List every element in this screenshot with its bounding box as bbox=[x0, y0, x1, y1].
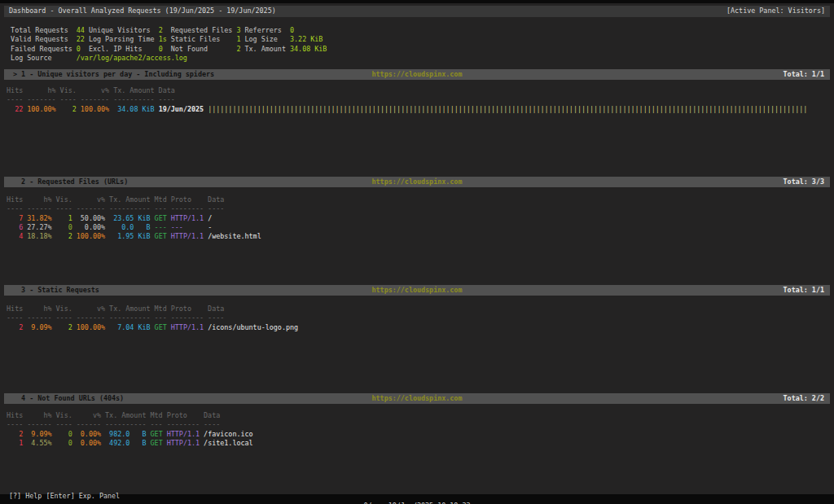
table-cell: 34.08 KiB bbox=[290, 45, 327, 53]
table-cell: 982.0 B bbox=[101, 430, 146, 438]
panel-header-not-found[interactable]: 4 - Not Found URLs (404s) https://clouds… bbox=[4, 393, 830, 404]
table-cell: 4 bbox=[2, 232, 23, 240]
panel-table-not-found: Hits h% Vis. v% Tx. Amount Mtd Proto Dat… bbox=[2, 411, 834, 448]
column-headers: Hits h% Vis. v% Tx. Amount Mtd Proto Dat… bbox=[2, 195, 834, 204]
table-row[interactable]: 2 9.09% 0 0.00% 982.0 B GET HTTP/1.1 /fa… bbox=[2, 430, 834, 439]
panel-url: https://cloudspinx.com bbox=[4, 69, 830, 80]
table-cell: 4.55% bbox=[23, 439, 51, 447]
table-cell: 31.82% bbox=[23, 214, 51, 222]
column-headers: Hits h% Vis. v% Tx. Amount Data bbox=[2, 86, 834, 95]
table-row[interactable]: 2 9.09% 2 100.00% 7.04 KiB GET HTTP/1.1 … bbox=[2, 323, 834, 332]
table-cell: --- bbox=[151, 223, 167, 231]
table-cell: Unique Visitors bbox=[85, 26, 159, 34]
table-cell: Hits h% Vis. v% Tx. Amount Data bbox=[2, 86, 175, 94]
table-cell: 0 bbox=[52, 430, 72, 438]
table-row[interactable]: 1 4.55% 0 0.00% 492.0 B GET HTTP/1.1 /si… bbox=[2, 439, 834, 448]
summary-line-valid: Valid Requests 22 Log Parsing Time 1s St… bbox=[2, 35, 834, 44]
panel-total-badge: Total: 2/2 bbox=[784, 393, 824, 404]
panel-table-requested-files: Hits h% Vis. v% Tx. Amount Mtd Proto Dat… bbox=[2, 195, 834, 241]
table-cell: 2 bbox=[52, 232, 72, 240]
table-cell: Static Files bbox=[167, 35, 237, 43]
table-cell: GET bbox=[151, 323, 167, 331]
table-row[interactable]: 7 31.82% 1 50.00% 23.65 KiB GET HTTP/1.1… bbox=[2, 214, 834, 223]
table-cell: Excl. IP Hits bbox=[81, 45, 159, 53]
table-cell: 1.95 KiB bbox=[105, 232, 150, 240]
table-cell: Log Parsing Time bbox=[85, 35, 159, 43]
table-cell: 1 bbox=[52, 214, 72, 222]
table-cell: 9.09% bbox=[23, 430, 51, 438]
title-bar: Dashboard - Overall Analyzed Requests (1… bbox=[4, 6, 830, 17]
table-cell: 50.00% bbox=[72, 214, 105, 222]
table-cell: 2 bbox=[52, 323, 72, 331]
separator: ---- ------- ---- ------- ---------- ---… bbox=[2, 95, 834, 104]
table-cell: 2 bbox=[56, 105, 77, 113]
table-cell: Referrers bbox=[240, 26, 290, 34]
table-cell: 7.04 KiB bbox=[105, 323, 150, 331]
panel-total-badge: Total: 3/3 bbox=[784, 177, 824, 187]
terminal-window: Dashboard - Overall Analyzed Requests (1… bbox=[0, 3, 834, 494]
panel-total-badge: Total: 1/1 bbox=[784, 69, 824, 80]
table-cell: 7 bbox=[2, 214, 23, 222]
summary-line-logsource: Log Source /var/log/apache2/access.log bbox=[2, 54, 834, 63]
summary-line-failed: Failed Requests 0 Excl. IP Hits 0 Not Fo… bbox=[2, 45, 834, 54]
table-cell: /site1.local bbox=[200, 439, 253, 447]
separator: ---- ------ ---- ------ ---------- --- -… bbox=[2, 420, 834, 429]
table-cell: Requested Files bbox=[163, 26, 237, 34]
table-cell: 0.00% bbox=[72, 223, 105, 231]
table-cell: /favicon.ico bbox=[200, 430, 253, 438]
table-cell: HTTP/1.1 bbox=[163, 430, 200, 438]
panel-url: https://cloudspinx.com bbox=[4, 393, 830, 404]
table-cell: 44 bbox=[77, 26, 85, 34]
table-cell: GET bbox=[151, 232, 167, 240]
panel-total-badge: Total: 1/1 bbox=[784, 285, 824, 296]
table-row[interactable]: 4 18.18% 2 100.00% 1.95 KiB GET HTTP/1.1… bbox=[2, 232, 834, 241]
panel-url: https://cloudspinx.com bbox=[4, 285, 830, 296]
table-cell: --- bbox=[167, 223, 204, 231]
table-cell: / bbox=[204, 214, 212, 222]
table-cell: Log Size bbox=[240, 35, 290, 43]
table-cell: HTTP/1.1 bbox=[167, 323, 204, 331]
panel-header-unique-visitors[interactable]: > 1 - Unique visitors per day - Includin… bbox=[4, 69, 830, 80]
table-cell: ---- ------ ---- ------- ---------- --- … bbox=[2, 204, 224, 213]
table-cell: 0 bbox=[52, 439, 72, 447]
table-cell: /var/log/apache2/access.log bbox=[77, 54, 187, 62]
table-cell: GET bbox=[147, 430, 163, 438]
table-cell: 0.00% bbox=[72, 439, 101, 447]
separator: ---- ------ ---- ------- ---------- --- … bbox=[2, 204, 834, 213]
table-cell: 18.18% bbox=[23, 232, 51, 240]
table-cell: 23.65 KiB bbox=[105, 214, 150, 222]
table-cell: Hits h% Vis. v% Tx. Amount Mtd Proto Dat… bbox=[2, 195, 224, 204]
table-cell: 1s bbox=[159, 35, 167, 43]
table-cell: HTTP/1.1 bbox=[163, 439, 200, 447]
table-cell: Not Found bbox=[163, 45, 237, 53]
table-row[interactable]: 22 100.00% 2 100.00% 34.08 KiB 19/Jun/20… bbox=[2, 105, 834, 114]
help-hint: [?] Help [Enter] Exp. Panel bbox=[9, 492, 120, 501]
table-cell: 27.27% bbox=[23, 223, 51, 231]
table-cell: 34.08 KiB bbox=[109, 105, 154, 113]
table-cell: 0.0 B bbox=[105, 223, 150, 231]
column-headers: Hits h% Vis. v% Tx. Amount Mtd Proto Dat… bbox=[2, 305, 834, 313]
table-row[interactable]: 6 27.27% 0 0.00% 0.0 B --- --- - bbox=[2, 223, 834, 232]
table-cell: Failed Requests bbox=[2, 45, 77, 53]
table-cell: /website.html bbox=[204, 232, 261, 240]
table-cell: ||||||||||||||||||||||||||||||||||||||||… bbox=[208, 105, 807, 113]
panel-table-unique-visitors: Hits h% Vis. v% Tx. Amount Data ---- ---… bbox=[2, 86, 834, 114]
table-cell: 6 bbox=[2, 223, 23, 231]
table-cell: 100.00% bbox=[72, 232, 105, 240]
separator: ---- ------ ---- ------- ---------- --- … bbox=[2, 313, 834, 322]
table-cell: 492.0 B bbox=[101, 439, 146, 447]
table-cell: /icons/ubuntu-logo.png bbox=[204, 323, 298, 331]
table-cell: ---- ------ ---- ------- ---------- --- … bbox=[2, 313, 224, 322]
status-bar: [?] Help [Enter] Exp. Panel 0/r - 19/Jun… bbox=[4, 483, 830, 493]
window-title: Dashboard - Overall Analyzed Requests (1… bbox=[9, 7, 276, 15]
table-cell: 0.00% bbox=[72, 430, 101, 438]
table-cell: Log Source bbox=[2, 54, 77, 62]
summary-line-totals: Total Requests 44 Unique Visitors 2 Requ… bbox=[2, 26, 834, 35]
table-cell: Valid Requests bbox=[2, 35, 77, 43]
table-cell: 22 bbox=[2, 105, 23, 113]
panel-header-requested-files[interactable]: 2 - Requested Files (URLs) https://cloud… bbox=[4, 177, 830, 187]
panel-table-static-requests: Hits h% Vis. v% Tx. Amount Mtd Proto Dat… bbox=[2, 305, 834, 332]
table-cell: Total Requests bbox=[2, 26, 77, 34]
active-panel-indicator: [Active Panel: Visitors] bbox=[726, 7, 825, 15]
panel-header-static-requests[interactable]: 3 - Static Requests https://cloudspinx.c… bbox=[4, 285, 830, 296]
